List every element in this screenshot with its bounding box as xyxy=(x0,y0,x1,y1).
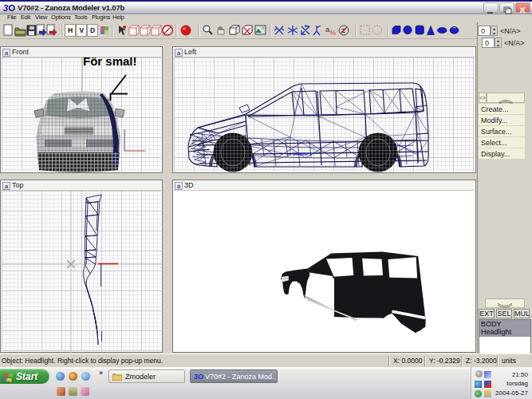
svg-text:3: 3 xyxy=(3,3,8,13)
svg-text:H: H xyxy=(68,26,73,34)
svg-text:För smal!: För smal! xyxy=(83,57,137,68)
svg-text:V: V xyxy=(80,26,85,34)
svg-text:O: O xyxy=(9,3,16,13)
svg-text:D: D xyxy=(90,26,95,34)
svg-text:%: % xyxy=(329,29,336,37)
